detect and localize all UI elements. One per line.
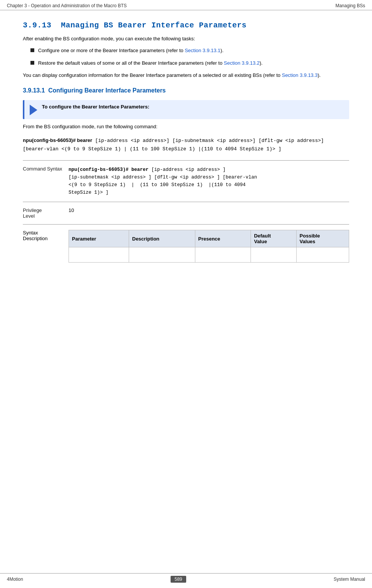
header-right: Managing BSs <box>335 3 365 8</box>
syntax-desc-label: SyntaxDescription <box>23 230 69 241</box>
col-possible-values: PossibleValues <box>296 230 349 247</box>
link-section-2[interactable]: Section 3.9.13.2 <box>224 60 260 66</box>
note-arrow-icon <box>30 105 37 115</box>
main-content: 3.9.13 Managing BS Bearer Interface Para… <box>0 10 372 269</box>
display-text: You can display configuration informatio… <box>23 72 349 80</box>
privilege-level-label: PrivilegeLevel <box>23 207 69 219</box>
privilege-value: 10 <box>69 207 74 213</box>
syntax-description-table: Parameter Description Presence DefaultVa… <box>69 230 349 263</box>
bullet-text-1: Configure one or more of the Bearer Inte… <box>38 47 224 55</box>
bullet-item-2: Restore the default values of some or al… <box>30 59 349 67</box>
col-default-value: DefaultValue <box>251 230 297 247</box>
command-display-bold: npu(config-bs-66053)# bearer <box>23 137 92 143</box>
link-section-1[interactable]: Section 3.9.13.1 <box>185 48 220 53</box>
command-syntax-value: npu(config-bs-66053)# bearer [ip-address… <box>69 166 349 196</box>
table-row-empty <box>69 247 349 263</box>
col-parameter: Parameter <box>69 230 129 247</box>
header-left: Chapter 3 - Operation and Administration… <box>7 3 127 8</box>
footer-left: 4Motion <box>7 577 23 582</box>
col-description: Description <box>129 230 195 247</box>
subsection-title: 3.9.13.1 Configuring Bearer Interface Pa… <box>23 87 349 94</box>
syntax-desc-label-text: SyntaxDescription <box>23 230 48 241</box>
col-presence: Presence <box>195 230 251 247</box>
page-footer: 4Motion 589 System Manual <box>0 573 372 583</box>
command-syntax-row: Command Syntax npu(config-bs-66053)# bea… <box>23 160 349 202</box>
command-syntax-bold: npu(config-bs-66053)# bearer <box>69 167 148 172</box>
footer-right: System Manual <box>334 577 365 582</box>
footer-page-number: 589 <box>171 576 186 583</box>
intro-text: After enabling the BS configuration mode… <box>23 35 349 43</box>
bullet-square-2 <box>30 61 34 65</box>
section-title: 3.9.13 Managing BS Bearer Interface Para… <box>23 21 349 30</box>
page-header: Chapter 3 - Operation and Administration… <box>0 0 372 10</box>
privilege-label-text: PrivilegeLevel <box>23 207 42 219</box>
bullet-text-2: Restore the default values of some or al… <box>38 59 263 67</box>
link-section-3[interactable]: Section 3.9.13.3 <box>282 72 318 78</box>
from-text: From the BS configuration mode, run the … <box>23 123 349 131</box>
bullet-list: Configure one or more of the Bearer Inte… <box>30 47 349 67</box>
privilege-level-row: PrivilegeLevel 10 <box>23 202 349 224</box>
command-display-block: npu(config-bs-66053)# bearer [ip-address… <box>23 136 349 153</box>
syntax-description-row: SyntaxDescription Parameter Description … <box>23 224 349 263</box>
bullet-item-1: Configure one or more of the Bearer Inte… <box>30 47 349 55</box>
note-box: To configure the Bearer Interface Parame… <box>23 100 349 119</box>
bullet-square-1 <box>30 48 34 52</box>
command-syntax-label: Command Syntax <box>23 166 69 172</box>
info-rows: Command Syntax npu(config-bs-66053)# bea… <box>23 160 349 263</box>
note-text: To configure the Bearer Interface Parame… <box>42 104 149 110</box>
syntax-table-wrap: Parameter Description Presence DefaultVa… <box>69 230 349 263</box>
